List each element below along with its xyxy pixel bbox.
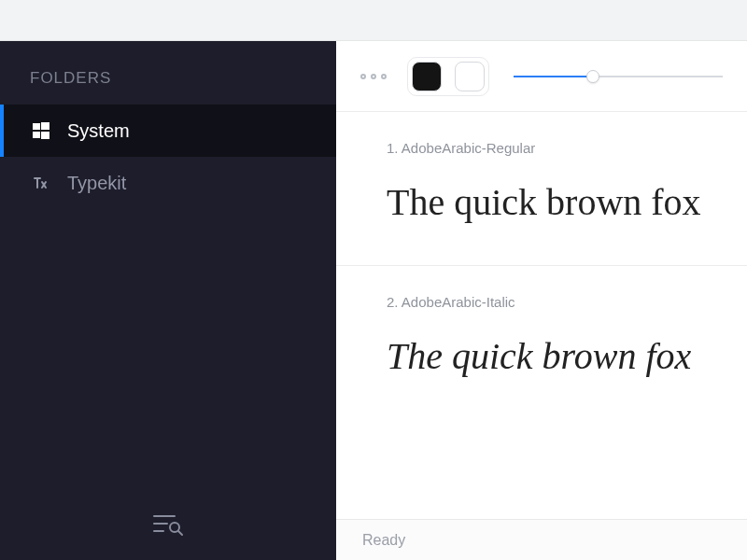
svg-rect-2 xyxy=(33,132,40,138)
sidebar-item-label: Typekit xyxy=(67,173,126,194)
windows-icon xyxy=(32,121,50,140)
toolbar xyxy=(336,41,747,112)
svg-line-8 xyxy=(178,531,182,535)
folder-list: System Typekit xyxy=(0,105,336,209)
font-name-label: 1. AdobeArabic-Regular xyxy=(387,140,747,156)
slider-fill xyxy=(514,76,593,77)
font-sample: The quick brown fox xyxy=(387,180,747,224)
font-card[interactable]: 2. AdobeArabic-Italic The quick brown fo… xyxy=(336,266,747,419)
status-text: Ready xyxy=(362,532,405,549)
main-panel: 1. AdobeArabic-Regular The quick brown f… xyxy=(336,41,747,560)
font-card[interactable]: 1. AdobeArabic-Regular The quick brown f… xyxy=(336,112,747,266)
font-list: 1. AdobeArabic-Regular The quick brown f… xyxy=(336,112,747,519)
size-slider[interactable] xyxy=(514,62,723,91)
slider-thumb[interactable] xyxy=(586,70,599,83)
list-search-button[interactable] xyxy=(149,511,187,538)
background-color-swatch[interactable] xyxy=(455,62,485,91)
sidebar: FOLDERS System xyxy=(0,41,336,560)
foreground-color-swatch[interactable] xyxy=(412,62,442,91)
color-swatches xyxy=(407,57,489,96)
status-bar: Ready xyxy=(336,519,747,560)
sidebar-item-typekit[interactable]: Typekit xyxy=(0,157,336,209)
sidebar-item-system[interactable]: System xyxy=(0,105,336,157)
sidebar-header: FOLDERS xyxy=(0,41,336,105)
sidebar-item-label: System xyxy=(67,120,130,142)
svg-rect-1 xyxy=(41,122,49,130)
font-name-label: 2. AdobeArabic-Italic xyxy=(387,294,747,310)
font-sample: The quick brown fox xyxy=(387,334,747,378)
svg-rect-0 xyxy=(33,123,40,130)
titlebar xyxy=(0,0,747,41)
more-options-button[interactable] xyxy=(360,74,387,79)
typekit-icon xyxy=(32,174,50,192)
svg-rect-3 xyxy=(41,132,49,139)
